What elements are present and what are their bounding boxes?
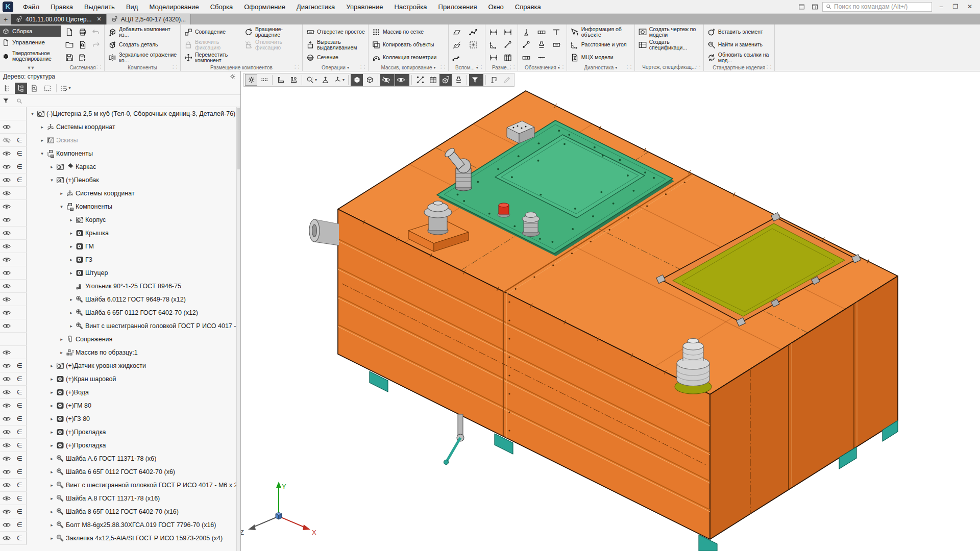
mode-tab-1[interactable]: Управление bbox=[0, 37, 61, 48]
visibility-eye-icon[interactable] bbox=[0, 425, 13, 438]
window-layout-icon[interactable] bbox=[796, 2, 807, 11]
expand-arrow-icon[interactable]: ▸ bbox=[59, 337, 64, 342]
expand-arrow-icon[interactable]: ▸ bbox=[59, 191, 64, 196]
visibility-eye-icon[interactable] bbox=[0, 505, 13, 518]
expand-arrow-icon[interactable]: ▸ bbox=[68, 257, 74, 262]
expand-arrow-icon[interactable]: ▸ bbox=[68, 297, 74, 302]
visibility-eye-icon[interactable] bbox=[0, 253, 13, 266]
ribbon-button-print[interactable] bbox=[76, 26, 89, 38]
window-minimize-button[interactable]: – bbox=[934, 2, 948, 12]
tree-search-button[interactable] bbox=[28, 83, 40, 94]
ribbon-button-refresh[interactable]: Обновить ссылки на мод... bbox=[705, 51, 773, 64]
expand-arrow-icon[interactable]: ▾ bbox=[49, 178, 55, 183]
toolbar-settings-button[interactable] bbox=[245, 74, 257, 86]
tree-structure-button[interactable] bbox=[15, 83, 27, 94]
expand-arrow-icon[interactable]: ▸ bbox=[49, 522, 55, 528]
expand-arrow-icon[interactable]: ▸ bbox=[39, 138, 45, 143]
visibility-eye-icon[interactable] bbox=[0, 147, 13, 160]
tree-row[interactable]: ▸Крышка bbox=[0, 227, 236, 240]
ribbon-button-mass[interactable]: МЦХ модели bbox=[569, 51, 633, 64]
move-component-tool-button[interactable]: ▾ bbox=[332, 74, 346, 86]
visibility-eye-icon[interactable] bbox=[0, 173, 13, 186]
visibility-eye-icon[interactable] bbox=[0, 359, 13, 372]
tree-row[interactable]: ∈▸(+)Прокладка bbox=[0, 425, 236, 439]
tree-row[interactable]: ▸ГЗ bbox=[0, 253, 236, 266]
document-tab-0[interactable]: 401.11.00.000 Цистер...✕ bbox=[11, 14, 107, 24]
expand-arrow-icon[interactable]: ▸ bbox=[49, 443, 55, 448]
tree-row[interactable]: ∈▸(+)ГЗ 80 bbox=[0, 412, 236, 425]
ribbon-button-copy[interactable]: Копировать объекты bbox=[370, 38, 447, 51]
ribbon-button-new-document[interactable] bbox=[63, 26, 76, 38]
expand-arrow-icon[interactable]: ▸ bbox=[68, 310, 74, 315]
ribbon-button-spec[interactable]: Создать спецификаци... bbox=[636, 38, 702, 51]
ribbon-button-dimension-grid[interactable] bbox=[501, 51, 514, 64]
visibility-eye-icon[interactable] bbox=[0, 213, 13, 226]
visibility-eye-icon[interactable] bbox=[0, 120, 13, 133]
ribbon-button-dimension-diametral[interactable] bbox=[501, 26, 514, 38]
tree-row[interactable]: ▸Массив по образцу:1 bbox=[0, 346, 236, 359]
tree-settings-gear-icon[interactable] bbox=[228, 72, 237, 81]
tree-row[interactable]: ▸Корпус bbox=[0, 213, 236, 227]
tree-row[interactable]: ∈▸(+)Вода bbox=[0, 386, 236, 399]
tree-row[interactable]: ∈▸Болт М8-6gx25.88.30ХГСА.019 ГОСТ 7796-… bbox=[0, 518, 236, 532]
ribbon-button-print-preview[interactable] bbox=[76, 38, 89, 51]
ribbon-button-dimension-linear[interactable] bbox=[487, 26, 500, 38]
visibility-eye-icon[interactable] bbox=[0, 518, 13, 531]
expand-arrow-icon[interactable]: ▸ bbox=[49, 509, 55, 514]
window-close-button[interactable]: ✕ bbox=[963, 2, 977, 12]
menu-item-1[interactable]: Правка bbox=[45, 1, 79, 13]
tree-area-select-button[interactable] bbox=[41, 83, 54, 94]
ribbon-button-undo[interactable] bbox=[89, 26, 103, 38]
expand-arrow-icon[interactable]: ▸ bbox=[49, 483, 55, 488]
menu-item-2[interactable]: Выделить bbox=[79, 1, 120, 13]
mode-tab-2[interactable]: Твердотельное моделирование bbox=[0, 48, 61, 64]
tree-row[interactable]: ▸ГМ bbox=[0, 240, 236, 253]
menu-item-10[interactable]: Приложения bbox=[433, 1, 483, 13]
ribbon-button-note-text[interactable] bbox=[550, 26, 563, 38]
expand-arrow-icon[interactable]: ▸ bbox=[49, 430, 55, 435]
ribbon-button-axis-mark[interactable] bbox=[535, 51, 548, 64]
filter-objects-button[interactable]: ▾ bbox=[469, 74, 483, 86]
tree-row[interactable]: ∈▸Эскизы bbox=[0, 134, 236, 147]
tree-row[interactable]: ▸Штуцер bbox=[0, 266, 236, 280]
expand-arrow-icon[interactable]: ▸ bbox=[39, 124, 45, 130]
visibility-eye-icon[interactable] bbox=[0, 266, 13, 279]
expand-arrow-icon[interactable]: ▸ bbox=[68, 323, 74, 329]
tree-row[interactable]: ▸Винт с шестигранной головкой ГОСТ Р ИСО… bbox=[0, 319, 236, 333]
ribbon-button-hatch-mark[interactable] bbox=[550, 38, 563, 51]
tree-row[interactable]: ▸Шайба 6 65Г 0112 ГОСТ 6402-70 (x12) bbox=[0, 306, 236, 319]
tree-row[interactable]: ∈▸(+)Кран шаровой bbox=[0, 372, 236, 386]
ribbon-button-dimension-radial[interactable] bbox=[487, 51, 500, 64]
visibility-eye-icon[interactable] bbox=[0, 227, 13, 239]
tree-row[interactable]: ∈▾Компоненты bbox=[0, 147, 236, 160]
ribbon-button-marking-stamp[interactable] bbox=[535, 38, 548, 51]
mode-tab-0[interactable]: Сборка bbox=[0, 26, 61, 37]
visibility-eye-icon[interactable] bbox=[0, 306, 13, 319]
tree-row[interactable]: ▸Системы координат bbox=[0, 187, 236, 200]
expand-arrow-icon[interactable]: ▸ bbox=[68, 244, 74, 249]
expand-arrow-icon[interactable]: ▸ bbox=[49, 164, 55, 169]
expand-arrow-icon[interactable]: ▸ bbox=[49, 469, 55, 474]
ribbon-button-open-document[interactable] bbox=[63, 38, 76, 51]
ribbon-button-find[interactable]: Найти и заменить bbox=[705, 38, 773, 51]
tree-row[interactable]: ∈▸(+)ГМ 80 bbox=[0, 399, 236, 412]
display-shaded-button[interactable] bbox=[351, 74, 363, 86]
tree-scrollbar[interactable] bbox=[236, 107, 240, 551]
new-tab-button[interactable]: + bbox=[0, 14, 11, 24]
ribbon-button-fix[interactable]: Включить фиксацию bbox=[182, 38, 242, 51]
tree-row[interactable]: Угольник 90°-1-25 ГОСТ 8946-75 bbox=[0, 280, 236, 293]
ribbon-button-roughness-mark[interactable] bbox=[520, 26, 533, 38]
tree-row[interactable]: ∈▸Шайба А.8 ГОСТ 11371-78 (x16) bbox=[0, 492, 236, 505]
command-search[interactable] bbox=[822, 2, 932, 12]
visibility-eye-icon[interactable] bbox=[0, 412, 13, 425]
command-search-input[interactable] bbox=[834, 3, 928, 10]
ribbon-button-save-as[interactable] bbox=[76, 51, 89, 64]
ribbon-button-point-set[interactable] bbox=[467, 26, 480, 38]
tree-display-options-button[interactable]: ▾ bbox=[59, 83, 71, 94]
expand-arrow-icon[interactable]: ▸ bbox=[49, 390, 55, 395]
tree-row[interactable]: ∈▸Шайба 8 65Г 0112 ГОСТ 6402-70 (x16) bbox=[0, 505, 236, 518]
ribbon-button-newpart[interactable]: Создать деталь bbox=[106, 38, 179, 51]
ribbon-collapse-chevron[interactable]: ▼▼ bbox=[0, 64, 61, 71]
tree-row[interactable]: ∈▸Шайба А.6 ГОСТ 11371-78 (x6) bbox=[0, 452, 236, 465]
tree-row[interactable]: ▸Системы координат bbox=[0, 120, 236, 134]
